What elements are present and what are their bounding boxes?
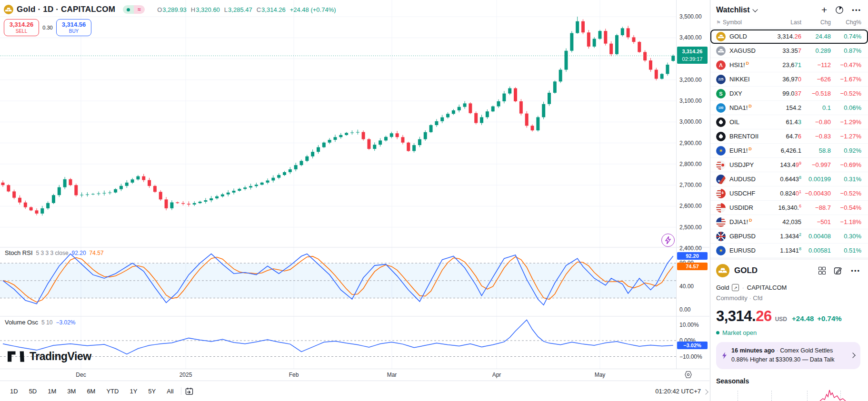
price-tick: 2,700.00 bbox=[679, 182, 702, 188]
watchlist-row-gold[interactable]: GOLD3,314.2624.480.74% bbox=[710, 29, 868, 44]
watchlist-row-xagusd[interactable]: XAGUSD33.3570.2890.87% bbox=[710, 44, 868, 58]
go-to-date-icon[interactable] bbox=[185, 387, 193, 395]
flash-trade-button[interactable] bbox=[661, 234, 675, 247]
pie-sector-icon[interactable] bbox=[835, 6, 844, 14]
time-axis[interactable]: Dec2025FebMarAprMay bbox=[0, 369, 709, 381]
buy-price: 3,314.56 bbox=[62, 21, 86, 29]
add-symbol-button[interactable]: + bbox=[821, 7, 827, 13]
eur1-icon bbox=[716, 146, 726, 156]
range-button-5y[interactable]: 5Y bbox=[145, 386, 159, 397]
lightning-icon bbox=[665, 236, 671, 244]
detail-symbol: GOLD bbox=[734, 266, 758, 275]
detail-name[interactable]: Gold bbox=[716, 284, 729, 291]
watchlist-row-usdchf[interactable]: USDCHF0.82401−0.00430−0.52% bbox=[710, 186, 868, 201]
hsi1-icon: Λ bbox=[716, 60, 726, 70]
market-open-dot-icon bbox=[716, 331, 719, 334]
watchlist-row-nda1[interactable]: 100NDA1!D154.20.10.06% bbox=[710, 101, 868, 115]
watchlist-row-nikkei[interactable]: 225NIKKEI36,970−626−1.67% bbox=[710, 72, 868, 87]
gold-icon bbox=[716, 32, 726, 41]
news-card[interactable]: 16 minutes ago · Comex Gold Settles 0.88… bbox=[716, 342, 860, 369]
usdchf-icon bbox=[716, 189, 726, 198]
month-label: 2025 bbox=[180, 372, 192, 378]
watchlist-row-oil[interactable]: OIL61.43−0.80−1.29% bbox=[710, 115, 868, 129]
edit-note-icon[interactable] bbox=[834, 266, 842, 275]
buy-button[interactable]: 3,314.56 BUY bbox=[56, 19, 91, 36]
ohlc-values: O3,289.93H3,320.60L3,285.47C3,314.26 +24… bbox=[157, 6, 336, 13]
watchlist-row-audusd[interactable]: AUDUSD0.644380.001990.31% bbox=[710, 172, 868, 186]
tradingview-logo[interactable]: TradingView bbox=[8, 350, 91, 363]
right-panel: Watchlist + ••• ⚑Symbol Last Chg Chg% GO… bbox=[710, 0, 868, 401]
gold-coin-icon bbox=[4, 5, 13, 14]
watchlist-title[interactable]: Watchlist bbox=[716, 6, 757, 14]
detail-more-button[interactable]: ••• bbox=[851, 267, 860, 274]
watchlist-row-usdjpy[interactable]: USDJPY143.499−0.997−0.69% bbox=[710, 158, 868, 172]
volume-tick: 10.00% bbox=[679, 322, 699, 328]
detail-change: +24.48 bbox=[792, 314, 814, 323]
range-button-5d[interactable]: 5D bbox=[26, 386, 40, 397]
price-tick: 2,400.00 bbox=[679, 245, 702, 252]
stoch-k-badge: 92.20 bbox=[677, 252, 708, 260]
price-tick: 3,200.00 bbox=[679, 77, 702, 83]
symbol-detail-panel: GOLD ••• Gold ↗ · CAPITALCOM Commodity ·… bbox=[710, 259, 868, 385]
range-button-6m[interactable]: 6M bbox=[83, 386, 99, 397]
watchlist-row-dxy[interactable]: SDXY99.037−0.518−0.52% bbox=[710, 87, 868, 101]
current-price: 3,314.26 bbox=[677, 48, 708, 55]
sell-price: 3,314.26 bbox=[10, 21, 34, 29]
range-button-1d[interactable]: 1D bbox=[7, 386, 21, 397]
stoch-k-value: 92.20 bbox=[72, 250, 86, 256]
detail-price: 3,314.26 bbox=[716, 308, 772, 325]
current-price-badge: 3,314.26 02:39:17 bbox=[677, 47, 708, 64]
watchlist-row-usdidr[interactable]: USDIDR16,340.6−88.7−0.54% bbox=[710, 201, 868, 215]
watchlist-more-button[interactable]: ••• bbox=[852, 7, 861, 14]
month-label: May bbox=[595, 372, 606, 378]
stoch-d-badge: 74.57 bbox=[677, 263, 708, 270]
bar-countdown: 02:39:17 bbox=[677, 55, 708, 63]
stoch-d-value: 74.57 bbox=[90, 250, 104, 256]
price-tick: 2,500.00 bbox=[679, 224, 702, 231]
watchlist: GOLD3,314.2624.480.74%XAGUSD33.3570.2890… bbox=[710, 29, 868, 258]
detail-change-pct: +0.74% bbox=[817, 314, 841, 323]
eurusd-icon bbox=[716, 246, 726, 255]
chevron-right-icon bbox=[850, 353, 855, 358]
price-chart-canvas[interactable] bbox=[0, 0, 709, 401]
external-link-icon[interactable]: ↗ bbox=[732, 284, 739, 291]
chevron-down-icon bbox=[752, 7, 758, 12]
usdjpy-icon bbox=[716, 160, 726, 170]
range-button-1m[interactable]: 1M bbox=[44, 386, 60, 397]
symbol-title[interactable]: Gold · 1D · CAPITALCOM bbox=[17, 5, 115, 14]
watchlist-row-brentoil[interactable]: BRENTOII64.76−0.83−1.27% bbox=[710, 129, 868, 144]
session-clock[interactable]: 01:20:42 UTC+7 bbox=[655, 388, 701, 395]
price-tick: 2,900.00 bbox=[679, 140, 702, 147]
bottom-toolbar: 1D5D1M3M6MYTD1Y5YAll 01:20:42 UTC+7 bbox=[0, 381, 709, 401]
range-button-1y[interactable]: 1Y bbox=[126, 386, 140, 397]
layout-grid-icon[interactable] bbox=[818, 267, 825, 274]
gold-coin-icon bbox=[716, 264, 729, 277]
range-button-all[interactable]: All bbox=[163, 386, 177, 397]
month-label: Mar bbox=[387, 372, 397, 378]
watchlist-row-gbpusd[interactable]: GBPUSD1.343420.004080.30% bbox=[710, 229, 868, 244]
market-open-dot-icon bbox=[123, 5, 134, 14]
market-status-pill[interactable]: ≈ bbox=[123, 5, 145, 14]
djia1-icon bbox=[716, 217, 726, 227]
audusd-icon bbox=[716, 175, 726, 184]
volume-tick: −10.00% bbox=[679, 353, 702, 360]
volume-osc-value: −3.02% bbox=[56, 319, 75, 326]
range-button-3m[interactable]: 3M bbox=[64, 386, 79, 397]
sell-button[interactable]: 3,314.26 SELL bbox=[4, 19, 39, 36]
tradingview-app: 3,500.003,400.003,200.003,100.003,000.00… bbox=[0, 0, 868, 401]
price-tick: 3,000.00 bbox=[679, 118, 702, 125]
timezone-icon[interactable] bbox=[684, 371, 692, 379]
range-button-ytd[interactable]: YTD bbox=[103, 386, 122, 397]
seasonals-title[interactable]: Seasonals bbox=[716, 377, 860, 385]
price-tick: 3,500.00 bbox=[679, 13, 702, 20]
watchlist-row-eur1[interactable]: EUR1!D6,426.158.80.92% bbox=[710, 144, 868, 158]
volume-osc-label[interactable]: Volume Osc 5 10 −3.02% bbox=[5, 319, 76, 326]
lightning-icon bbox=[722, 352, 727, 359]
watchlist-row-djia1[interactable]: DJIA1!D42,035−501−1.18% bbox=[710, 215, 868, 229]
watchlist-row-eurusd[interactable]: EURUSD1.134180.005810.51% bbox=[710, 244, 868, 258]
brentoil-icon bbox=[716, 132, 726, 141]
stoch-rsi-label[interactable]: Stoch RSI 5 3 3 3 close 92.20 74.57 bbox=[5, 249, 104, 256]
watchlist-row-hsi1[interactable]: ΛHSI1!D23,671−112−0.47% bbox=[710, 58, 868, 72]
chart-region[interactable]: 3,500.003,400.003,200.003,100.003,000.00… bbox=[0, 0, 709, 401]
flag-icon[interactable]: ⚑ bbox=[716, 20, 721, 25]
